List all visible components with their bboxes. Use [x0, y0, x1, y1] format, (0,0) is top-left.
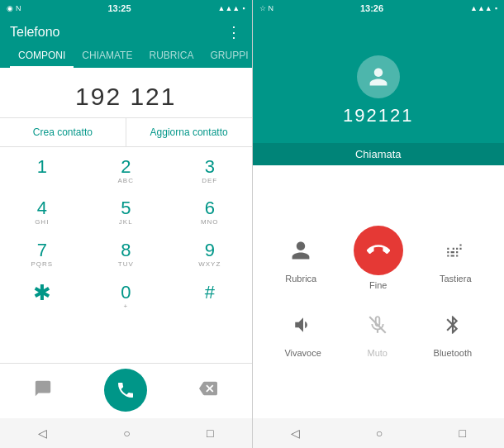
app-title-bar: Telefono ⋮ [10, 23, 242, 41]
dial-7[interactable]: 7PQRS [0, 234, 84, 276]
vivavoce-label: Vivavoce [284, 348, 321, 358]
status-bar-right: ☆ N 13:26 ▲▲▲ ▪ [253, 0, 505, 17]
back-nav-left[interactable]: ◁ [38, 427, 47, 440]
rubrica-action[interactable]: Rubrica [283, 232, 319, 284]
time-right: 13:26 [360, 3, 383, 13]
vivavoce-action[interactable]: Vivavoce [284, 307, 321, 358]
end-call-label: Fine [369, 280, 387, 290]
bottom-actions [0, 363, 252, 418]
dial-2[interactable]: 2ABC [84, 150, 169, 193]
left-panel: ◉ N 13:25 ▲▲▲ ▪ Telefono ⋮ Componi Chiam… [0, 0, 252, 448]
message-icon[interactable] [34, 379, 52, 402]
dialpad: 1 2ABC 3DEF 4GHI 5JKL 6MNO 7PQRS 8TUV 9W… [0, 147, 252, 363]
back-nav-right[interactable]: ◁ [291, 427, 300, 440]
dial-6[interactable]: 6MNO [168, 193, 252, 235]
muto-label: Muto [367, 348, 387, 358]
dial-1[interactable]: 1 [0, 150, 84, 193]
rubrica-icon [283, 232, 319, 269]
call-status-text: Chiamata [355, 148, 402, 160]
call-row-2: Vivavoce Muto Bluetooth [266, 298, 492, 366]
tastiera-action[interactable]: Tastiera [437, 232, 473, 284]
vivavoce-icon [285, 307, 321, 343]
tab-bar: Componi Chiamate Rubrica Gruppi [10, 45, 242, 68]
call-screen-top: 192121 Chiamata [253, 17, 505, 165]
phone-display: 192 121 [0, 68, 252, 117]
recents-nav-left[interactable]: □ [207, 427, 213, 440]
call-button-left[interactable] [104, 369, 147, 412]
call-number-display: 192121 [343, 105, 413, 126]
tab-componi[interactable]: Componi [10, 45, 74, 68]
dial-9[interactable]: 9WXYZ [168, 234, 252, 276]
contact-buttons: Crea contatto Aggiorna contatto [0, 117, 252, 147]
delete-icon[interactable] [199, 379, 217, 402]
nav-bar-right: ◁ ○ □ [253, 418, 505, 448]
end-call-button[interactable] [354, 226, 403, 275]
muto-action[interactable]: Muto [359, 307, 396, 358]
tab-chiamate[interactable]: Chiamate [74, 45, 140, 68]
home-nav-left[interactable]: ○ [123, 427, 130, 440]
call-buttons-area: Rubrica Fine Tastiera Vivavoce [253, 165, 505, 418]
tab-gruppi[interactable]: Gruppi [202, 45, 251, 68]
dial-star[interactable]: ✱ [0, 276, 84, 318]
bluetooth-icon [435, 307, 471, 343]
status-icons-left: ▲▲▲ ▪ [218, 4, 245, 12]
end-call-action[interactable]: Fine [354, 226, 403, 290]
menu-dots[interactable]: ⋮ [226, 23, 242, 41]
dial-8[interactable]: 8TUV [84, 234, 169, 276]
signal-icon-right: ▲▲▲ [470, 4, 492, 12]
tastiera-icon [437, 232, 473, 269]
status-icons-right: ▲▲▲ ▪ [470, 4, 497, 12]
create-contact-button[interactable]: Crea contatto [0, 118, 126, 146]
caller-avatar [357, 55, 400, 98]
right-panel: ☆ N 13:26 ▲▲▲ ▪ 192121 Chiamata [253, 0, 505, 448]
dial-hash[interactable]: # [168, 276, 252, 318]
call-info: 192121 Chiamata [253, 17, 505, 165]
call-status-bar: Chiamata [253, 143, 505, 165]
nav-bar-left: ◁ ○ □ [0, 418, 252, 448]
dial-0[interactable]: 0+ [84, 276, 169, 318]
dial-5[interactable]: 5JKL [84, 193, 169, 235]
time-left: 13:25 [107, 3, 131, 13]
dial-3[interactable]: 3DEF [168, 150, 252, 193]
muto-icon [359, 307, 396, 343]
bluetooth-action[interactable]: Bluetooth [434, 307, 472, 358]
status-bar-left: ◉ N 13:25 ▲▲▲ ▪ [0, 0, 252, 17]
call-row-1: Rubrica Fine Tastiera [266, 217, 492, 298]
tastiera-label: Tastiera [440, 274, 472, 284]
dial-4[interactable]: 4GHI [0, 193, 84, 235]
toolbar: Telefono ⋮ Componi Chiamate Rubrica Grup… [0, 17, 252, 68]
signal-icon-left: ▲▲▲ [218, 4, 240, 12]
home-nav-right[interactable]: ○ [376, 427, 383, 440]
rubrica-label: Rubrica [285, 274, 316, 284]
battery-icon-right: ▪ [495, 4, 497, 12]
update-contact-button[interactable]: Aggiorna contatto [126, 118, 252, 146]
tab-rubrica[interactable]: Rubrica [140, 45, 202, 68]
app-title: Telefono [10, 25, 60, 40]
recents-nav-right[interactable]: □ [459, 427, 465, 440]
battery-icon-left: ▪ [242, 4, 245, 12]
bluetooth-label: Bluetooth [434, 348, 472, 358]
